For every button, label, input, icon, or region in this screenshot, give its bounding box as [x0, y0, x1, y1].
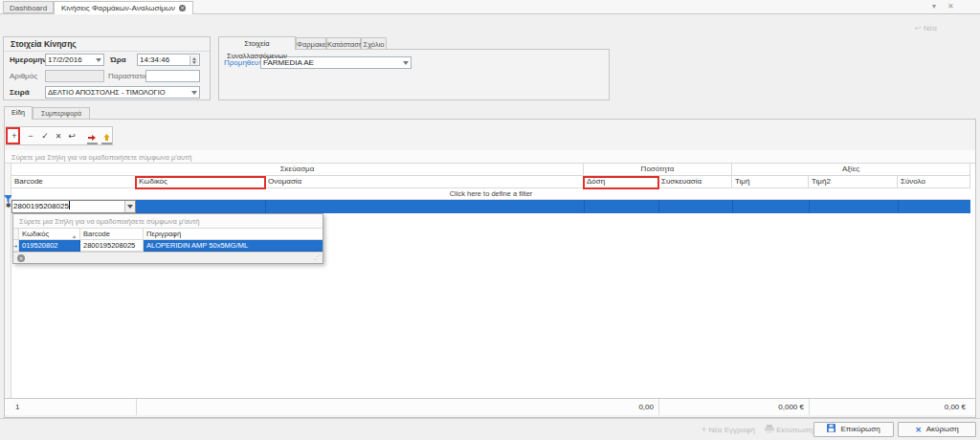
cell-divider — [658, 200, 659, 213]
number-field — [45, 70, 104, 82]
export-icon[interactable] — [101, 131, 112, 148]
summary-price: 0,000 € — [658, 399, 809, 415]
lookup-col-kodikos-label: Κωδικός — [22, 230, 49, 238]
sort-asc-icon: ▲ — [72, 231, 77, 240]
cell-divider — [584, 200, 585, 213]
row-arrow-icon: ➜ — [13, 241, 17, 252]
tab-party-details[interactable]: Στοιχεία Συναλλασσόμενων — [218, 36, 296, 50]
col-header-onomasia[interactable]: Ονομασία — [265, 176, 584, 188]
annotation-add-button — [6, 127, 20, 144]
spinner-up-icon[interactable] — [192, 57, 196, 60]
plus-icon: + — [702, 425, 706, 434]
summary-count: 1 — [11, 399, 136, 415]
movement-groupbox-title: Στοιχεία Κίνησης — [11, 39, 77, 49]
spinner-down-icon[interactable] — [192, 61, 196, 64]
new-record-button: + Νέα Εγγραφή — [702, 425, 755, 434]
annotation-dosi-column — [583, 176, 659, 189]
col-header-timi[interactable]: Τιμή — [732, 176, 809, 188]
band-axies[interactable]: Αξίες — [732, 164, 970, 176]
col-header-barcode[interactable]: Barcode — [11, 176, 136, 188]
cell-divider — [732, 200, 733, 213]
lookup-group-by-hint: Σύρετε μια Στήλη για να ομαδοποιήσετε σύ… — [19, 217, 199, 226]
barcode-editor-value: 2800195208025 — [13, 202, 69, 210]
tab-items[interactable]: Είδη — [4, 106, 33, 120]
lookup-row-code[interactable]: 019520802 — [19, 240, 80, 252]
application-window: Dashboard Κινήσεις Φαρμάκων-Αναλωσίμων✕ … — [0, 0, 980, 440]
col-header-synolo[interactable]: Σύνολο — [898, 176, 970, 188]
import-icon[interactable] — [87, 131, 98, 148]
cancel-edit-icon[interactable]: ✕ — [53, 130, 64, 143]
grid-toolbar: + − ✓ ✕ ↩ — [6, 126, 113, 145]
lookup-row-barcode[interactable]: 2800195208025 — [80, 240, 144, 252]
time-value: 14:34:46 — [140, 55, 169, 64]
lookup-footer: ✕ ⋰ — [13, 252, 323, 263]
printer-icon — [765, 425, 774, 435]
title-separator — [4, 51, 210, 52]
new-quick-action-label: Νέα — [924, 24, 937, 33]
dropdown-arrow-icon[interactable] — [403, 61, 409, 65]
resize-grip-icon[interactable]: ⋰ — [314, 253, 321, 261]
barcode-editor[interactable]: 2800195208025 — [11, 200, 136, 213]
tab-movements-label: Κινήσεις Φαρμάκων-Αναλωσίμων — [61, 4, 175, 12]
time-field[interactable]: 14:34:46 — [137, 54, 200, 66]
dropdown-arrow-icon[interactable] — [191, 91, 197, 95]
bottom-action-bar: + Νέα Εγγραφή Εκτύπωση Επικύρωση ✕ Ακύρω… — [0, 418, 980, 440]
filter-row[interactable]: Click here to define a filter — [11, 188, 970, 200]
annotation-kodikos-column — [135, 176, 266, 189]
document-tab-bar: Dashboard Κινήσεις Φαρμάκων-Αναλωσίμων✕ … — [0, 0, 980, 14]
number-label: Αριθμός — [10, 72, 37, 80]
lookup-group-by-bar[interactable]: Σύρετε μια Στήλη για να ομαδοποιήσετε σύ… — [13, 214, 323, 229]
band-posotita[interactable]: Ποσότητα — [584, 164, 732, 176]
print-label: Εκτύπωση — [776, 426, 813, 434]
summary-total: 0,00 € — [809, 399, 970, 415]
undo-icon[interactable]: ↩ — [66, 130, 78, 143]
cancel-label: Ακύρωση — [926, 425, 959, 433]
undo-arrow-icon: ↩ — [915, 24, 922, 33]
lookup-col-barcode[interactable]: Barcode — [80, 229, 144, 240]
lookup-col-kodikos[interactable]: Κωδικός ▲ — [19, 229, 80, 240]
cell-divider — [809, 200, 810, 213]
editing-row[interactable] — [11, 200, 970, 213]
date-value: 17/2/2016 — [48, 55, 82, 64]
edit-row-marker-icon: ✱ — [6, 202, 11, 209]
band-skeuasma[interactable]: Σκεύασμα — [11, 164, 584, 176]
time-spinner[interactable] — [189, 55, 198, 66]
cancel-x-icon: ✕ — [915, 424, 922, 437]
tab-dashboard[interactable]: Dashboard — [3, 1, 54, 13]
new-quick-action: ↩ Νέα — [915, 24, 937, 33]
print-button: Εκτύπωση — [765, 425, 813, 435]
editor-dropdown-button[interactable] — [124, 201, 135, 212]
save-floppy-icon — [827, 424, 835, 437]
cell-divider — [898, 200, 899, 213]
series-label: Σειρά — [10, 88, 30, 97]
close-tab-icon[interactable]: ✕ — [179, 5, 186, 11]
text-caret — [69, 201, 70, 209]
clear-selection-icon[interactable]: ✕ — [17, 254, 25, 262]
cancel-button[interactable]: ✕ Ακύρωση — [898, 422, 976, 437]
col-header-syskeuasia[interactable]: Συσκευασία — [658, 176, 732, 188]
summary-qty: 0,00 — [136, 399, 658, 415]
dropdown-arrow-icon — [127, 205, 133, 209]
date-field[interactable]: 17/2/2016 — [45, 54, 104, 66]
confirm-label: Επικύρωση — [841, 425, 880, 433]
lookup-dropdown: Σύρετε μια Στήλη για να ομαδοποιήσετε σύ… — [12, 213, 323, 264]
time-label: Ώρα — [110, 55, 126, 64]
group-by-hint: Σύρετε μια Στήλη για να ομαδοποιήσετε σύ… — [11, 153, 191, 162]
series-value: ΔΕΛΤΙΟ ΑΠΟΣΤΟΛΗΣ - ΤΙΜΟΛΟΓΙΟ — [48, 88, 166, 97]
remove-row-icon[interactable]: − — [25, 130, 36, 143]
doc-field[interactable] — [145, 70, 200, 82]
dropdown-arrow-icon[interactable] — [96, 58, 101, 62]
lookup-col-perigrafi[interactable]: Περιγραφή — [144, 229, 323, 240]
lookup-row-description[interactable]: ALOPERIDIN AMP 50x5MG/ML — [144, 240, 323, 252]
group-by-bar[interactable]: Σύρετε μια Στήλη για να ομαδοποιήσετε σύ… — [5, 150, 975, 164]
grid-summary-row: 1 0,00 0,000 € 0,00 € — [5, 398, 975, 415]
confirm-button[interactable]: Επικύρωση — [813, 422, 894, 437]
commit-icon[interactable]: ✓ — [39, 130, 51, 143]
close-panel-icon[interactable]: ✕ — [947, 3, 954, 11]
col-header-timi2[interactable]: Τιμή2 — [809, 176, 898, 188]
cell-divider — [265, 200, 266, 213]
new-record-label: Νέα Εγγραφή — [709, 426, 755, 434]
tab-movements[interactable]: Κινήσεις Φαρμάκων-Αναλωσίμων✕ — [54, 1, 193, 14]
series-field[interactable]: ΔΕΛΤΙΟ ΑΠΟΣΤΟΛΗΣ - ΤΙΜΟΛΟΓΙΟ — [45, 86, 200, 99]
chevron-down-icon[interactable]: ▾ — [932, 3, 936, 11]
